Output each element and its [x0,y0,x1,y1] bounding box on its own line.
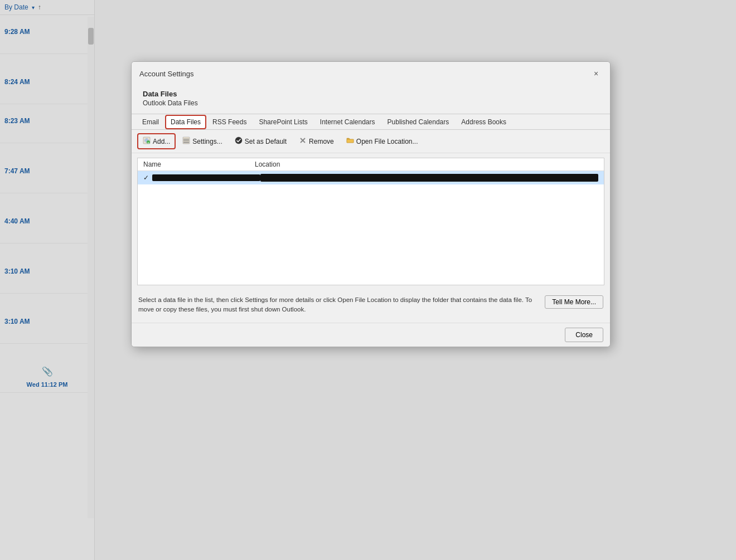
svg-text:+: + [147,141,149,144]
table-row[interactable]: ✓ [138,171,604,184]
section-subtitle: Outlook Data Files [143,99,599,107]
svg-rect-7 [183,140,189,142]
remove-button[interactable]: Remove [293,133,340,149]
table-empty-space [138,184,604,285]
dialog-titlebar: Account Settings × [132,62,610,84]
add-label: Add... [153,138,170,145]
tell-me-more-button[interactable]: Tell Me More... [545,295,603,309]
set-default-label: Set as Default [245,138,287,145]
row-location [260,174,598,182]
svg-rect-12 [347,139,354,143]
set-default-button[interactable]: Set as Default [229,133,292,149]
dialog-header: Data Files Outlook Data Files [132,84,610,114]
tabs-bar: Email Data Files RSS Feeds SharePoint Li… [132,114,610,130]
settings-icon [182,137,190,146]
svg-rect-8 [183,142,189,143]
col-name-header: Name [143,160,255,168]
tab-address-books[interactable]: Address Books [455,114,512,130]
account-settings-dialog: Account Settings × Data Files Outlook Da… [131,61,611,347]
tab-internet-calendars[interactable]: Internet Calendars [314,114,381,130]
tab-email[interactable]: Email [136,114,165,130]
info-bar: Select a data file in the list, then cli… [132,290,610,320]
tab-sharepoint-lists[interactable]: SharePoint Lists [253,114,313,130]
settings-label: Settings... [192,138,222,145]
col-location-header: Location [255,160,598,168]
tab-data-files[interactable]: Data Files [165,115,206,129]
add-button[interactable]: + Add... [137,133,176,149]
data-files-table: Name Location ✓ [137,158,604,285]
svg-rect-6 [183,139,189,140]
open-location-label: Open File Location... [356,138,418,145]
remove-icon [299,137,307,146]
add-icon: + [143,137,151,146]
dialog-close-button[interactable]: × [590,67,602,80]
dialog-footer: Close [132,323,610,347]
info-text: Select a data file in the list, then cli… [138,295,538,315]
row-check-icon: ✓ [143,174,149,182]
set-default-icon [235,137,243,146]
svg-point-9 [235,137,242,144]
table-header: Name Location [138,158,604,171]
tab-published-calendars[interactable]: Published Calendars [381,114,456,130]
settings-button[interactable]: Settings... [177,133,227,149]
toolbar: + Add... Settings... [132,130,610,153]
row-name [152,174,260,181]
section-title: Data Files [143,90,599,98]
open-file-location-button[interactable]: Open File Location... [341,133,424,149]
folder-icon [346,137,354,146]
dialog-title: Account Settings [139,70,194,78]
modal-overlay: Account Settings × Data Files Outlook Da… [0,0,736,560]
tab-rss-feeds[interactable]: RSS Feeds [206,114,253,130]
close-dialog-button[interactable]: Close [565,328,603,342]
remove-label: Remove [309,138,334,145]
